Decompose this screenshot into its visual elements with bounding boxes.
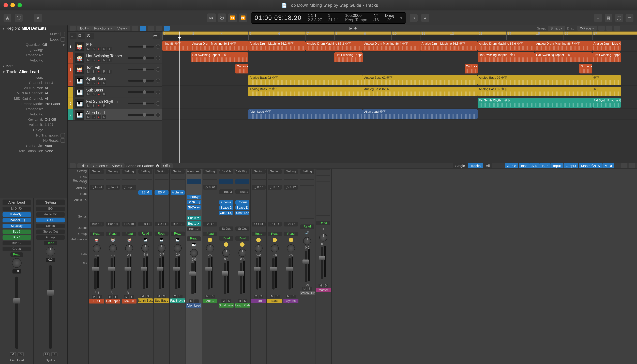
filter-bus[interactable]: Bus [540,163,550,168]
solo-button[interactable]: S [308,287,312,290]
bar-marker[interactable]: 2 [162,32,166,40]
region[interactable]: hine 86 �下 [162,41,191,51]
region[interactable]: Analog Bass 02 �下 [363,86,478,96]
channel-name[interactable]: Alien Lead [186,303,201,308]
drag-menu[interactable]: X-Fade [577,26,597,31]
arrange-lane[interactable]: Fat Synth Rhythm �下Fat Synth Rhythm �下 [162,97,637,108]
group-slot[interactable]: Group [36,235,65,240]
automation-mode[interactable]: Read [106,232,120,236]
menu-view[interactable]: View [110,163,124,168]
checkbox[interactable] [60,32,65,36]
pan-knob[interactable] [222,249,230,257]
eq-thumbnail[interactable] [252,179,266,180]
pan-knob[interactable] [303,237,311,245]
input-monitor-button[interactable]: R [102,81,106,85]
inspector-row[interactable]: Staff Style:Auto [0,143,68,148]
inspector-row[interactable]: Delay: [0,128,68,132]
record-button[interactable]: ● [97,58,101,62]
automation-mode[interactable]: Read [300,224,314,229]
volume-slider[interactable] [128,103,154,104]
mute-button[interactable]: M [157,294,161,298]
segment-tracks[interactable]: Tracks [468,163,483,168]
checkbox[interactable] [60,138,65,143]
view-mode-2-icon[interactable] [140,26,146,31]
setting-button[interactable]: Setting [138,169,152,174]
library-icon[interactable]: ◉ [4,14,12,22]
bar-marker[interactable]: 13 [478,32,483,40]
catch-icon[interactable] [164,26,170,31]
inspector-row[interactable]: Velocity: [0,58,68,63]
toolbar-x-icon[interactable]: ✕ [34,14,42,22]
browser-icon[interactable]: ▭ [626,14,634,22]
solo-button[interactable]: S [259,295,264,298]
track-icon[interactable]: 🥁 [75,42,84,52]
region[interactable]: Alien Lead �下 [248,109,363,119]
setting-button[interactable]: Setting [300,169,314,174]
input-slot[interactable]: ◌ Input [90,185,104,190]
volume-fader[interactable] [305,251,307,282]
output-slot[interactable]: St Out [203,222,217,226]
volume-fader[interactable] [224,262,226,294]
track-header[interactable]: 4 🎹 Synth Bass MS●R [68,75,162,86]
instrument-slot[interactable]: RetroSyn [187,195,201,199]
output-slot[interactable]: St Out [284,222,298,226]
track-icon[interactable]: 🎹 [75,110,84,120]
pan-knob[interactable] [287,244,295,252]
mute-button[interactable]: M [124,295,129,298]
channel-name[interactable]: Larg...Plate [235,303,250,308]
playhead[interactable] [180,32,180,163]
input-slot[interactable]: ◌ Input [122,185,136,190]
zoom-icon[interactable] [18,3,22,8]
checkbox[interactable] [60,37,65,42]
track-name[interactable]: E-Kit [86,42,126,47]
automation-icon[interactable] [148,26,154,31]
channel-name[interactable]: Synth Bass [138,298,153,303]
volume-slider[interactable] [128,46,154,48]
arrange-lane[interactable]: On Locati �下On Location To �下On Location… [162,63,637,74]
solo-button[interactable]: S [275,295,280,298]
automation-mode[interactable]: Read [203,232,217,236]
region[interactable]: �下 [592,75,621,85]
audio-fx-slot[interactable]: Chorus [219,200,233,204]
channel-name[interactable]: Fat S...ythm [170,298,185,303]
inspector-row[interactable]: MIDI In Channel:All [0,91,68,96]
lcd-display[interactable]: 01:00:03:18.20 1 1 12 3 3 27 121 1 1 105… [251,12,406,24]
freeze-button[interactable]: I [107,47,112,51]
inspector-row[interactable]: Articulation Set:None [0,148,68,154]
input-slot[interactable]: ◌ B 20 [203,185,217,190]
pan-knob[interactable] [125,244,133,252]
filter-inst[interactable]: Inst [519,163,529,168]
solo-button[interactable]: S [194,300,199,303]
solo-button[interactable]: S [146,294,150,298]
channel-name[interactable]: Stereo Out [300,291,314,296]
setting-button[interactable]: 1.0s Villa... [219,169,233,174]
volume-fader[interactable] [192,263,194,294]
region[interactable]: Analog Drum Mac �下 [592,41,621,51]
solo-button[interactable]: S [227,299,231,303]
volume-fader[interactable] [240,262,242,294]
mute-button[interactable]: M [86,47,90,51]
region[interactable]: Analog Drum Machine 86.2 �下 [248,41,306,51]
input-monitor[interactable]: I [130,291,131,294]
bar-marker[interactable]: 9 [363,32,366,40]
filter-input[interactable]: Input [551,163,563,168]
volume-fader[interactable] [15,276,18,349]
audio-fx-slot[interactable]: Chan EQ [219,211,233,215]
waveform-zoom-icon[interactable] [606,26,612,31]
input-slot[interactable] [300,185,314,186]
input-monitor[interactable]: I [114,291,115,294]
bar-marker[interactable]: 7 [306,32,309,40]
solo-button[interactable]: S [18,352,24,356]
track-name[interactable]: Alien Lead [86,110,126,115]
record-button[interactable]: ● [97,104,101,108]
inspector-row[interactable]: Mute: [0,32,68,37]
volume-slider[interactable] [128,57,154,59]
track-icon[interactable]: 🎹 [75,99,84,108]
insert-slot[interactable]: MIDI FX [2,206,31,211]
track-name[interactable]: Sub Bass [86,88,126,92]
filter-midi[interactable]: MIDI [602,163,614,168]
record-enable[interactable]: R [127,291,129,294]
volume-fader[interactable] [159,258,161,289]
channel-name[interactable]: Master [316,288,331,292]
notepad-icon[interactable]: ▦ [605,14,612,22]
